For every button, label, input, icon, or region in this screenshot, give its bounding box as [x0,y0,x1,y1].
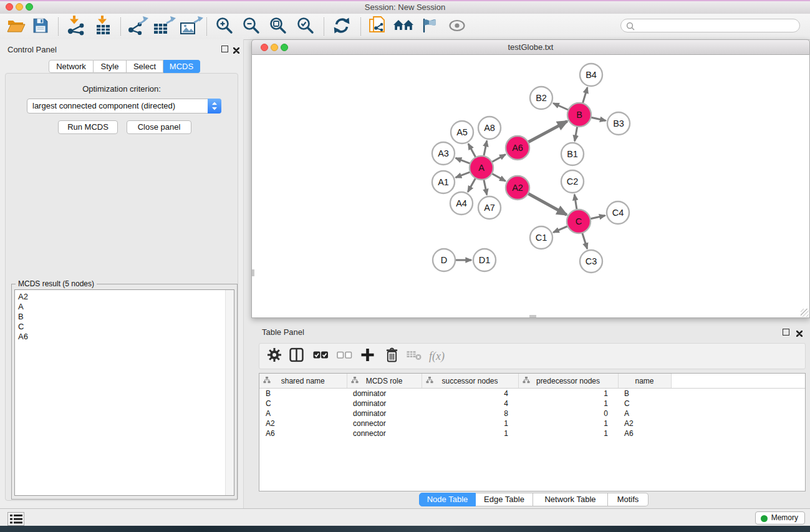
search-input[interactable] [637,20,796,32]
float-table-panel-icon[interactable] [783,329,789,336]
open-session-icon[interactable] [7,18,26,36]
export-table-icon[interactable] [153,16,176,37]
graph-node-C2[interactable]: C2 [561,170,584,193]
graph-node-A7[interactable]: A7 [478,196,501,219]
close-panel-button[interactable]: Close panel [127,120,191,134]
table-row[interactable]: Cdominator41C [259,399,805,409]
tab-motifs[interactable]: Motifs [608,493,648,506]
import-network-icon[interactable] [65,16,87,38]
graph-node-C1[interactable]: C1 [530,226,552,249]
graph-node-D[interactable]: D [433,249,455,271]
export-network-icon[interactable] [127,16,150,37]
mcds-result-title: MCDS result (5 nodes) [16,279,97,288]
table-row[interactable]: Adominator80A [259,409,805,418]
clone-network-icon[interactable] [369,16,387,38]
svg-text:B3: B3 [613,118,624,128]
refresh-icon[interactable] [332,16,351,37]
network-window-titlebar[interactable]: testGlobe.txt [251,39,810,55]
show-eye-icon[interactable] [448,17,466,36]
graph-node-A8[interactable]: A8 [478,117,501,139]
node-table-container[interactable]: shared nameMCDS rolesuccessor nodesprede… [259,373,806,491]
delete-column-icon[interactable] [385,347,398,365]
mcds-result-item[interactable]: A6 [15,332,225,342]
zoom-out-icon[interactable] [242,16,261,37]
memory-button[interactable]: Memory [755,511,805,525]
svg-text:A3: A3 [438,148,449,158]
tab-network-table[interactable]: Network Table [533,493,608,506]
table-row[interactable]: A6connector11A6 [259,428,805,438]
table-settings-icon[interactable] [267,347,282,365]
tab-mcds[interactable]: MCDS [163,60,200,73]
mcds-result-item[interactable]: C [15,322,225,332]
function-builder-icon: f(x) [429,350,445,363]
tab-style[interactable]: Style [94,60,127,73]
graph-node-D1[interactable]: D1 [473,249,496,271]
select-all-icon[interactable] [313,349,329,363]
zoom-selected-icon[interactable] [296,16,315,37]
add-column-icon[interactable] [360,348,375,365]
svg-text:C: C [576,216,582,226]
float-panel-icon[interactable] [221,46,228,52]
resize-grip[interactable] [801,309,809,317]
column-header-name[interactable]: name [618,374,671,389]
close-panel-icon[interactable] [233,45,239,56]
graph-node-C4[interactable]: C4 [607,201,629,224]
column-header-predecessor-nodes[interactable]: predecessor nodes [518,374,618,389]
column-header-successor-nodes[interactable]: successor nodes [422,374,518,389]
graph-node-B3[interactable]: B3 [607,112,630,135]
attribute-tree-icon [523,377,530,384]
zoom-network-button[interactable] [281,44,288,51]
table-row[interactable]: Bdominator41B [259,389,805,399]
tab-network[interactable]: Network [49,60,94,73]
mcds-result-item[interactable]: A2 [15,292,225,302]
hide-selected-icon[interactable] [421,17,438,36]
graph-node-A1[interactable]: A1 [432,171,455,193]
import-table-icon[interactable] [93,16,114,38]
column-layout-icon[interactable] [289,348,304,365]
column-header-mcds-role[interactable]: MCDS role [347,374,422,389]
run-mcds-button[interactable]: Run MCDS [58,120,118,134]
task-history-button[interactable] [7,512,24,526]
graph-node-A5[interactable]: A5 [451,121,473,143]
mcds-result-item[interactable]: A [15,302,225,312]
table-panel-title: Table Panel [262,327,304,337]
close-network-button[interactable] [261,44,268,51]
mcds-result-item[interactable]: B [15,312,225,322]
zoom-fit-icon[interactable] [269,16,287,37]
minimize-network-button[interactable] [271,44,278,51]
graph-node-A4[interactable]: A4 [450,192,473,215]
tab-node-table[interactable]: Node Table [419,493,476,506]
export-image-icon[interactable] [180,16,203,37]
graph-node-A[interactable]: A [470,156,493,180]
criterion-select[interactable]: largest connected component (directed) [27,99,221,114]
table-row[interactable]: A2connector11A2 [259,418,805,428]
graph-node-B1[interactable]: B1 [561,143,584,165]
graph-node-B[interactable]: B [567,103,591,127]
tab-edge-table[interactable]: Edge Table [476,493,533,506]
save-session-icon[interactable] [32,17,49,36]
svg-text:A: A [478,163,485,173]
zoom-in-icon[interactable] [215,16,234,37]
graph-node-A2[interactable]: A2 [506,176,529,200]
delete-table-icon [407,349,422,363]
deselect-all-icon[interactable] [337,349,352,363]
svg-text:A1: A1 [438,177,449,187]
column-header-shared-name[interactable]: shared name [259,374,347,389]
search-field[interactable] [620,19,800,32]
session-home-icon[interactable] [393,18,414,36]
network-canvas[interactable]: AA1A2A3A4A5A6A7A8BB1B2B3B4CC1C2C3C4DD1 [251,55,810,318]
graph-node-B4[interactable]: B4 [580,64,602,86]
tab-select[interactable]: Select [127,60,163,73]
mcds-result-list[interactable]: A2ABCA6 [14,289,234,496]
graph-node-C[interactable]: C [567,210,591,233]
list-scrollbar[interactable] [225,290,234,495]
graph-node-B2[interactable]: B2 [530,87,552,109]
close-table-panel-icon[interactable] [796,328,803,339]
node-table[interactable]: shared nameMCDS rolesuccessor nodesprede… [259,374,805,438]
graph-node-A3[interactable]: A3 [432,142,455,165]
graph-node-C3[interactable]: C3 [580,250,602,273]
attribute-tree-icon [351,377,359,384]
select-stepper[interactable] [208,99,221,114]
graph-node-A6[interactable]: A6 [506,136,529,160]
network-graph[interactable]: AA1A2A3A4A5A6A7A8BB1B2B3B4CC1C2C3C4DD1 [252,55,809,317]
